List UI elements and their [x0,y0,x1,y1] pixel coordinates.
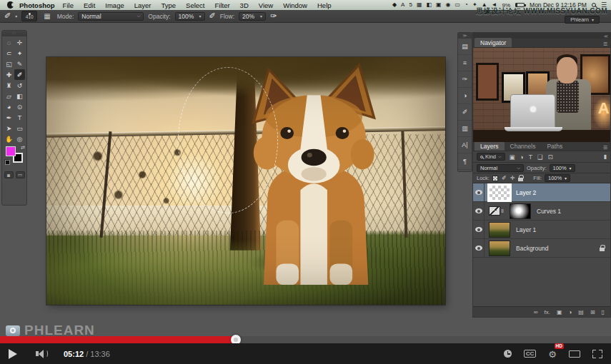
layer-opacity-select[interactable]: 100% ▾ [550,164,575,172]
document-canvas[interactable] [46,57,445,305]
quick-selection-tool[interactable]: ✦ [14,48,25,59]
new-adjustment-layer-icon[interactable]: ◑ [568,309,572,315]
brush-panel-icon[interactable]: ✑ [458,71,472,88]
settings-button[interactable]: ⚙ HD [548,348,557,360]
dropbox-icon[interactable]: ◆ [392,2,397,8]
zoom-tool[interactable]: ◎ [14,133,25,144]
menu-window[interactable]: Window [278,1,312,9]
app-name[interactable]: Photoshop [19,1,55,9]
gradient-tool[interactable]: ◧ [14,91,25,101]
rectangle-tool[interactable]: ▭ [14,123,25,133]
menu-filter[interactable]: Filter [209,1,234,9]
type-tool[interactable]: T [14,112,25,123]
layer-filter-toggle[interactable]: ▮ [604,153,607,160]
filter-group-layers-icon[interactable]: ❑ [537,153,543,161]
fullscreen-button[interactable] [592,350,602,358]
lasso-tool[interactable]: ⊂ [4,48,14,59]
blend-mode-select[interactable]: Normal ⌵ [78,12,144,21]
tool-preset-caret-icon[interactable]: ▾ [15,14,17,19]
screen-capture-icon[interactable]: ▣ [436,2,442,8]
menu-layer[interactable]: Layer [129,1,157,9]
app-badge-5-icon[interactable]: 5 [409,2,412,8]
path-selection-tool[interactable]: ➤ [4,123,14,133]
display-mirroring-icon[interactable]: ▭ [455,2,461,8]
character-panel-icon[interactable]: A| [458,137,472,153]
layer-visibility-toggle[interactable] [473,202,485,220]
lock-paint-icon[interactable]: ✐ [502,175,507,181]
chat-app-icon[interactable]: ◧ [426,2,432,8]
flow-select[interactable]: 20% ▾ [239,12,266,21]
tools-palette-grip[interactable]: :: [2,31,26,36]
navigator-panel-menu-icon[interactable]: ☰ [600,41,610,47]
healing-brush-tool[interactable]: ✚ [4,69,14,80]
move-tool[interactable]: ✛ [14,37,25,48]
tab-paths[interactable]: Paths [541,141,568,151]
screen-mode-button[interactable]: ▭ [16,171,25,178]
histogram-panel-icon[interactable]: ≡ [458,55,472,71]
swap-colors-icon[interactable]: ⇄ [21,145,25,151]
menu-3d[interactable]: 3D [235,1,254,9]
captions-button[interactable]: CC [524,350,537,358]
add-layer-mask-icon[interactable]: ▣ [557,309,562,315]
dodge-tool[interactable]: ⊙ [14,101,25,112]
lock-position-icon[interactable]: ✛ [510,175,515,181]
default-colors-icon[interactable] [4,159,10,165]
tab-navigator[interactable]: Navigator [475,38,512,47]
toggle-brush-panel-icon[interactable]: ▦ [44,12,50,20]
layers-panel-menu-icon[interactable]: ☰ [600,145,610,151]
curves-adjustment-icon[interactable] [489,206,500,216]
brush-preset-picker[interactable]: 410 [21,11,37,21]
paragraph-panel-icon[interactable]: ¶ [458,153,472,170]
creative-cloud-icon[interactable]: A [401,2,404,8]
layer-mask-thumbnail[interactable] [510,203,531,219]
eraser-tool[interactable]: ▱ [4,91,14,101]
brush-presets-panel-icon[interactable]: ✐ [458,104,472,121]
layer-style-icon[interactable]: fx. [544,309,550,315]
pen-tool[interactable]: ✒ [4,112,14,123]
video-progress-bar[interactable] [0,336,611,343]
lock-transparency-icon[interactable] [492,176,498,181]
clone-source-panel-icon[interactable]: ◑ [458,88,472,104]
brush-tool-icon[interactable]: ✐ [4,11,11,21]
clone-stamp-tool[interactable]: ♜ [4,80,14,91]
delete-layer-icon[interactable]: ▯ [602,309,605,315]
layer-blend-mode-select[interactable]: Normal ⌵ [477,164,524,172]
dock-expand-icon[interactable]: ≫ [458,33,472,39]
new-layer-icon[interactable]: ⊞ [590,309,595,315]
lock-all-icon[interactable] [518,178,523,181]
filter-smart-objects-icon[interactable]: ⊡ [548,153,553,161]
layer-thumbnail[interactable] [489,222,510,238]
workspace-switcher[interactable]: Phlearn ▾ [565,16,600,24]
time-machine-icon[interactable]: ◔ [465,2,468,8]
layer-row-background[interactable]: Background [473,239,610,258]
apple-menu-icon[interactable] [7,1,14,9]
layer-thumbnail[interactable] [489,241,510,256]
layer-fill-select[interactable]: 100% ▾ [545,174,570,182]
mini-bridge-panel-icon[interactable]: ▤ [458,39,472,55]
layer-row-layer-1[interactable]: Layer 1 [473,221,610,239]
hand-tool[interactable]: ✋ [4,133,14,144]
volume-button[interactable] [36,350,48,358]
theater-mode-button[interactable] [569,350,580,358]
tab-layers[interactable]: Layers [475,141,505,151]
eyedropper-tool[interactable]: ✎ [14,59,25,69]
menu-select[interactable]: Select [181,1,209,9]
menu-type[interactable]: Type [156,1,181,9]
blur-tool[interactable]: ◕ [4,101,14,112]
filter-adjustment-layers-icon[interactable]: ◑ [520,153,524,161]
opacity-select[interactable]: 100% ▾ [175,12,205,21]
airbrush-opacity-icon[interactable]: ✐ [209,11,216,21]
elliptical-marquee-tool[interactable]: ◌ [4,37,14,48]
filter-type-layers-icon[interactable]: T [529,153,532,161]
crop-tool[interactable]: ◱ [4,59,14,69]
airbrush-mode-icon[interactable]: ✑ [270,11,277,21]
styles-panel-icon[interactable]: ▥ [458,121,472,137]
quick-mask-button[interactable]: ◙ [4,171,14,178]
history-brush-tool[interactable]: ↺ [14,80,25,91]
layer-row-layer-2[interactable]: Layer 2 [473,183,610,202]
menu-help[interactable]: Help [312,1,337,9]
tab-channels[interactable]: Channels [505,141,542,151]
play-button[interactable] [9,349,17,359]
menu-file[interactable]: File [58,1,79,9]
link-layers-icon[interactable]: ∞ [534,309,538,315]
